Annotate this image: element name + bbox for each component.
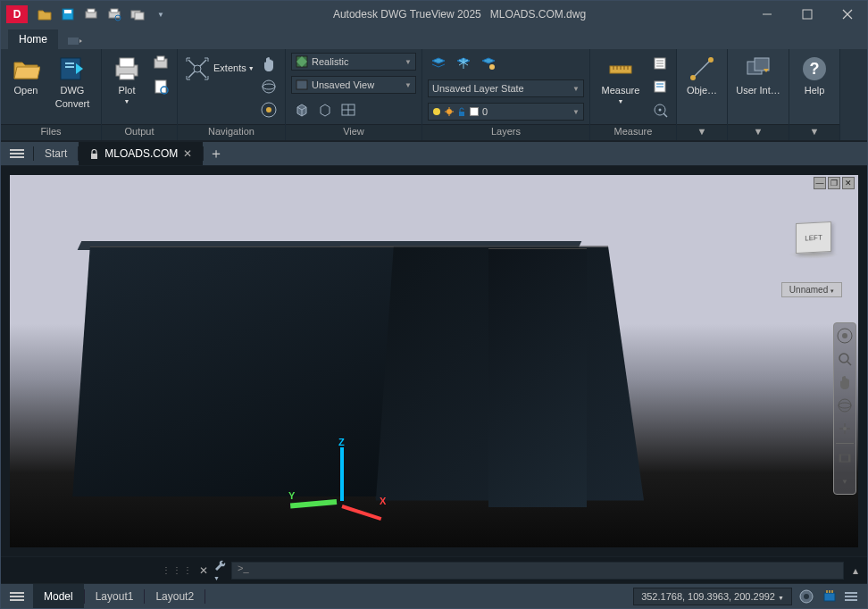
customize-status-icon[interactable] (842, 587, 864, 606)
command-input[interactable]: >_ (231, 562, 844, 580)
hardware-accel-icon[interactable] (819, 587, 840, 606)
layout-tab-2[interactable]: Layout2 (145, 584, 204, 608)
id-point-icon[interactable] (649, 99, 671, 121)
new-tab-button[interactable]: ＋ (204, 145, 229, 163)
layer-isolate-icon[interactable] (478, 53, 499, 74)
svg-rect-1 (64, 10, 71, 13)
layer-state-dropdown[interactable]: Unsaved Layer State ▼ (428, 79, 584, 97)
view-cube[interactable]: LEFT (787, 211, 840, 264)
orbit-icon[interactable] (258, 76, 280, 97)
qat-dropdown-icon[interactable]: ▼ (153, 6, 169, 22)
viewport[interactable]: — ❐ ✕ LEFT Unnamed ▾ ▼ (10, 175, 858, 547)
nav-zoom-icon[interactable] (836, 350, 854, 368)
panel-help: ? Help ▼ (789, 49, 840, 140)
svg-rect-84 (824, 593, 835, 601)
app-window: D ▼ Autodesk DWG TrueView 2025 MLOADS.CO… (0, 0, 868, 609)
command-history-up-icon[interactable]: ▴ (849, 564, 862, 577)
batch-plot-icon[interactable] (129, 6, 146, 22)
user-interface-button[interactable]: User Int… (733, 53, 783, 98)
nav-expand-icon[interactable]: ▼ (836, 472, 854, 490)
layout-tab-model[interactable]: Model (33, 584, 84, 608)
title-bar: D ▼ Autodesk DWG TrueView 2025 MLOADS.CO… (1, 1, 867, 28)
app-icon: D (6, 5, 28, 23)
svg-rect-13 (68, 38, 79, 45)
lightbulb-on-icon (432, 107, 441, 116)
pan-icon[interactable] (258, 53, 280, 74)
viewport-window-controls: — ❐ ✕ (814, 177, 855, 189)
svg-point-57 (690, 75, 696, 80)
lock-icon (89, 149, 99, 159)
visual-style-icon (296, 55, 308, 68)
drag-handle-icon[interactable]: ⋮⋮⋮ (162, 565, 194, 575)
open-folder-icon[interactable] (37, 6, 53, 22)
object-snap-icon (688, 54, 716, 83)
open-button[interactable]: Open (6, 53, 46, 98)
plot-button[interactable]: Plot ▼ (107, 53, 146, 108)
page-setup-icon[interactable] (150, 76, 171, 97)
named-view-dropdown[interactable]: Unsaved View ▼ (291, 76, 416, 94)
panel-navigation: Extents ▼ Navigation (178, 49, 286, 140)
layout-tab-1[interactable]: Layout1 (85, 584, 145, 608)
svg-rect-21 (157, 56, 164, 61)
save-icon[interactable] (60, 6, 76, 22)
command-line-row: ⋮⋮⋮ ✕ ▼ >_ ▴ (1, 556, 867, 583)
panel-output: Plot ▼ Output (102, 49, 178, 140)
print-icon[interactable] (83, 6, 99, 22)
svg-rect-5 (111, 9, 118, 13)
object-snap-button[interactable]: Obje… (682, 53, 722, 98)
maximize-button[interactable] (787, 1, 827, 28)
vp-close-icon[interactable]: ✕ (842, 177, 855, 189)
vp-minimize-icon[interactable]: — (814, 177, 826, 189)
chevron-down-icon: ▼ (405, 58, 412, 66)
nav-showmotion-icon[interactable] (836, 420, 854, 438)
properties-list-icon[interactable] (649, 76, 671, 97)
panel-title-view: View (286, 124, 421, 140)
help-button[interactable]: ? Help (795, 53, 834, 98)
print-preview-icon[interactable] (106, 6, 122, 22)
coordinates-readout[interactable]: 352.1768, 109.3963, 200.2992 ▼ (633, 588, 792, 605)
panel-expand-3[interactable]: ▼ (789, 124, 839, 140)
panel-measure: Measure ▼ Measure (590, 49, 677, 140)
close-tab-icon[interactable]: ✕ (183, 147, 192, 160)
measure-button[interactable]: Measure ▼ (596, 53, 646, 108)
svg-text:?: ? (810, 60, 820, 78)
isolate-objects-icon[interactable] (796, 587, 817, 606)
help-icon: ? (800, 54, 829, 83)
batch-plot-icon[interactable] (150, 53, 171, 74)
view-cube-icon[interactable] (291, 99, 313, 121)
nav-film-icon[interactable] (836, 449, 854, 467)
nav-pan-icon[interactable] (836, 373, 854, 391)
layer-color-swatch (470, 107, 479, 116)
visual-style-label[interactable]: Unnamed ▾ (781, 282, 842, 297)
tab-home[interactable]: Home (8, 29, 58, 49)
vp-restore-icon[interactable]: ❐ (828, 177, 840, 189)
doc-tab-start[interactable]: Start (34, 142, 78, 165)
zoom-extents-icon (183, 54, 212, 83)
customize-icon[interactable]: ▼ (213, 558, 226, 583)
view-manager-icon[interactable] (314, 99, 336, 121)
panel-expand-2[interactable]: ▼ (728, 124, 789, 140)
panel-layers: Unsaved Layer State ▼ 0 ▼ Layers (422, 49, 590, 140)
new-view-icon[interactable] (338, 99, 359, 121)
minimize-button[interactable] (747, 1, 787, 28)
close-button[interactable] (827, 1, 867, 28)
svg-point-27 (263, 80, 275, 93)
nav-wheel-icon[interactable] (836, 327, 854, 345)
layer-off-icon[interactable] (428, 53, 449, 74)
zoom-extents-button[interactable]: Extents ▼ (183, 53, 255, 85)
nav-orbit-icon[interactable] (836, 396, 854, 414)
doc-menu-icon[interactable] (1, 148, 33, 159)
close-command-icon[interactable]: ✕ (199, 564, 208, 577)
layout-menu-icon[interactable] (1, 591, 33, 602)
panel-expand-1[interactable]: ▼ (677, 124, 727, 140)
layer-freeze-icon[interactable] (453, 53, 474, 74)
visual-style-dropdown[interactable]: Realistic ▼ (291, 53, 416, 71)
layer-dropdown[interactable]: 0 ▼ (428, 103, 584, 121)
svg-point-75 (843, 427, 847, 430)
tab-overflow-icon[interactable] (60, 33, 90, 49)
panel-user-interface: User Int… ▼ (728, 49, 789, 140)
steering-wheel-icon[interactable] (258, 99, 280, 121)
list-icon[interactable] (649, 53, 671, 74)
dwg-convert-button[interactable]: DWG Convert (49, 53, 96, 112)
doc-tab-active[interactable]: MLOADS.COM ✕ (79, 142, 203, 165)
